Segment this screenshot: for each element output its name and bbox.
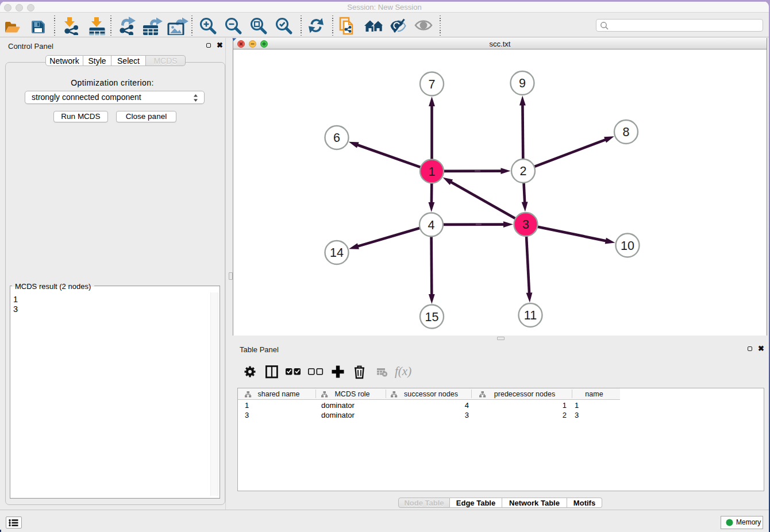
svg-text:1: 1 [429, 165, 436, 179]
svg-text:15: 15 [425, 310, 439, 324]
svg-text:6: 6 [333, 131, 340, 145]
svg-text:8: 8 [623, 125, 630, 139]
svg-text:4: 4 [428, 218, 435, 232]
svg-text:14: 14 [330, 246, 344, 260]
svg-text:2: 2 [520, 164, 527, 178]
svg-text:10: 10 [621, 239, 634, 253]
svg-text:7: 7 [429, 78, 436, 91]
svg-text:11: 11 [524, 309, 537, 322]
svg-text:f(x): f(x) [395, 364, 411, 378]
svg-text:9: 9 [519, 76, 526, 90]
svg-text:3: 3 [522, 218, 529, 232]
